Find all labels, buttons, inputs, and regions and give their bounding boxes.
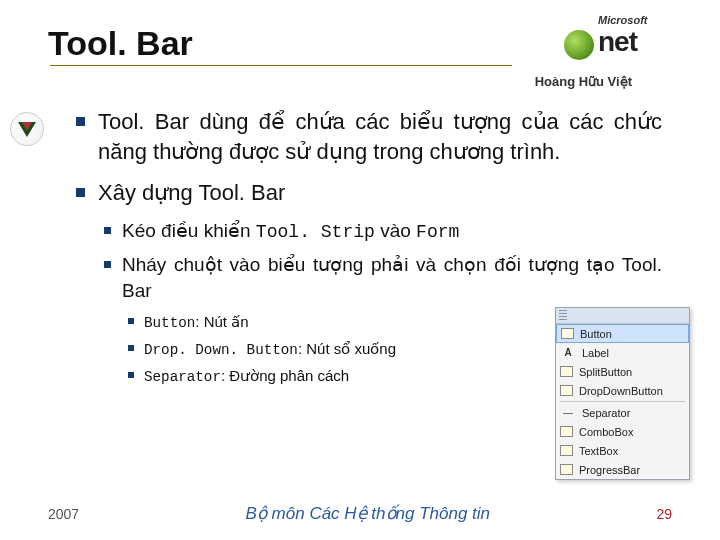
textbox-icon	[560, 445, 573, 456]
menu-item-button[interactable]: Button	[556, 324, 689, 343]
slide: Microsoft net Tool. Bar Hoàng Hữu Việt T…	[0, 0, 720, 540]
bullet-2-text: Xây dựng Tool. Bar	[98, 180, 285, 205]
menu-item-splitbutton[interactable]: SplitButton	[556, 362, 689, 381]
button-icon	[561, 328, 574, 339]
combobox-icon	[560, 426, 573, 437]
menu-item-combobox[interactable]: ComboBox	[556, 422, 689, 441]
menu-grip-header[interactable]	[556, 308, 689, 324]
footer-page-number: 29	[656, 506, 672, 522]
splitbutton-icon	[560, 366, 573, 377]
grip-icon	[559, 310, 567, 322]
menu-item-textbox[interactable]: TextBox	[556, 441, 689, 460]
footer: 2007 Bộ môn Các Hệ thống Thông tin 29	[0, 503, 720, 524]
title-rule	[50, 65, 512, 66]
label-icon	[560, 346, 576, 360]
footer-department: Bộ môn Các Hệ thống Thông tin	[246, 503, 491, 524]
menu-item-separator[interactable]: — Separator	[556, 403, 689, 422]
menu-item-dropdownbutton[interactable]: DropDownButton	[556, 381, 689, 400]
author-name: Hoàng Hữu Việt	[48, 74, 632, 89]
toolstrip-dropdown-menu: Button Label SplitButton DropDownButton …	[555, 307, 690, 480]
logo-dot-icon	[564, 30, 594, 60]
progressbar-icon	[560, 464, 573, 475]
logo-net-label: net	[598, 26, 637, 58]
logo-ms-label: Microsoft	[598, 14, 648, 26]
separator-icon: —	[560, 406, 576, 420]
menu-item-label[interactable]: Label	[556, 343, 689, 362]
menu-separator	[560, 401, 685, 402]
corner-logo	[10, 112, 44, 146]
bullet-1: Tool. Bar dùng để chứa các biểu tượng củ…	[72, 107, 662, 166]
footer-year: 2007	[48, 506, 79, 522]
code-toolstrip: Tool. Strip	[256, 222, 375, 242]
code-form: Form	[416, 222, 459, 242]
bullet-2a: Kéo điều khiển Tool. Strip vào Form	[98, 218, 662, 244]
menu-item-progressbar[interactable]: ProgressBar	[556, 460, 689, 479]
triangle-icon	[18, 122, 36, 137]
dotnet-logo: Microsoft net	[550, 14, 680, 70]
dropdownbutton-icon	[560, 385, 573, 396]
